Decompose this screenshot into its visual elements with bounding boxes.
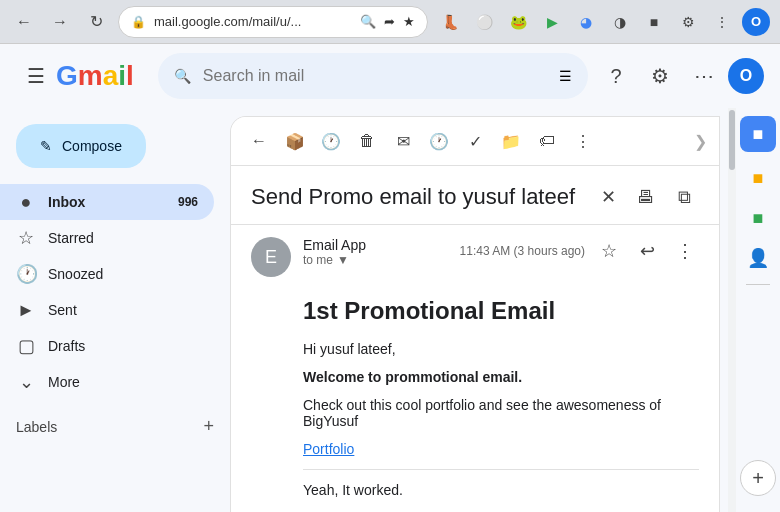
scrollbar-thumb[interactable] bbox=[729, 110, 735, 170]
portfolio-link[interactable]: Portfolio bbox=[303, 441, 699, 457]
email-main: ← 📦 🕐 🗑 ✉ 🕐 ✓ 📁 🏷 ⋮ ❯ Send Promo bbox=[230, 108, 780, 512]
mail-button[interactable]: ✉ bbox=[387, 125, 419, 157]
back-button[interactable]: ← bbox=[10, 8, 38, 36]
email-body-text: Check out this cool portfolio and see th… bbox=[303, 397, 699, 429]
url-text: mail.google.com/mail/u/... bbox=[154, 14, 352, 29]
email-welcome: Welcome to prommotional email. bbox=[303, 369, 699, 385]
share-icon[interactable]: ➦ bbox=[384, 14, 395, 29]
inbox-label: Inbox bbox=[48, 194, 85, 210]
reply-button[interactable]: ↩ bbox=[633, 237, 661, 265]
snooze-button[interactable]: 🕐 bbox=[423, 125, 455, 157]
user-avatar[interactable]: O bbox=[728, 58, 764, 94]
extension-icon-3[interactable]: 🐸 bbox=[504, 8, 532, 36]
compose-button[interactable]: ✎ Compose bbox=[16, 124, 146, 168]
sidebar-item-snoozed[interactable]: 🕐 Snoozed bbox=[0, 256, 214, 292]
contacts-panel-button[interactable]: ■ bbox=[740, 200, 776, 236]
email-toolbar: ← 📦 🕐 🗑 ✉ 🕐 ✓ 📁 🏷 ⋮ ❯ bbox=[231, 117, 719, 166]
star-icon: ☆ bbox=[16, 227, 36, 249]
add-panel-button[interactable]: + bbox=[740, 460, 776, 496]
email-greeting: Hi yusuf lateef, bbox=[303, 341, 699, 357]
apps-button[interactable]: ⋯ bbox=[684, 56, 724, 96]
archive-button[interactable]: 📦 bbox=[279, 125, 311, 157]
timestamp: 11:43 AM (3 hours ago) bbox=[460, 244, 585, 258]
close-icon[interactable]: ✕ bbox=[593, 182, 623, 212]
sender-avatar: E bbox=[251, 237, 291, 277]
to-me-label: to me bbox=[303, 253, 333, 267]
forward-button[interactable]: → bbox=[46, 8, 74, 36]
people-panel-button[interactable]: 👤 bbox=[740, 240, 776, 276]
sidebar-item-inbox[interactable]: ● Inbox 996 bbox=[0, 184, 214, 220]
address-bar[interactable]: 🔒 mail.google.com/mail/u/... 🔍 ➦ ★ bbox=[118, 6, 428, 38]
extension-icon-5[interactable]: ◕ bbox=[572, 8, 600, 36]
meta-right: 11:43 AM (3 hours ago) ☆ ↩ ⋮ bbox=[460, 237, 699, 265]
user-avatar[interactable]: O bbox=[742, 8, 770, 36]
email-header: Send Promo email to yusuf lateef ✕ 🖶 ⧉ bbox=[231, 166, 719, 225]
scroll-right-button[interactable]: ❯ bbox=[694, 132, 707, 151]
extension-icon-4[interactable]: ▶ bbox=[538, 8, 566, 36]
drafts-label: Drafts bbox=[48, 338, 85, 354]
tune-icon[interactable]: ☰ bbox=[559, 68, 572, 84]
sidebar-item-drafts[interactable]: ▢ Drafts bbox=[0, 328, 214, 364]
menu-button[interactable]: ☰ bbox=[16, 56, 56, 96]
inbox-icon: ● bbox=[16, 192, 36, 213]
draft-icon: ▢ bbox=[16, 335, 36, 357]
extension-icon-6[interactable]: ◑ bbox=[606, 8, 634, 36]
clock-button[interactable]: 🕐 bbox=[315, 125, 347, 157]
gmail-header: ☰ Gmail 🔍 ☰ ? ⚙ ⋯ O bbox=[0, 44, 780, 108]
app-wrapper: ☰ Gmail 🔍 ☰ ? ⚙ ⋯ O ✎ Compose ● bbox=[0, 44, 780, 512]
task-button[interactable]: ✓ bbox=[459, 125, 491, 157]
compose-icon: ✎ bbox=[40, 138, 52, 154]
panel-separator bbox=[746, 284, 770, 285]
browser-chrome: ← → ↻ 🔒 mail.google.com/mail/u/... 🔍 ➦ ★… bbox=[0, 0, 780, 44]
reload-button[interactable]: ↻ bbox=[82, 8, 110, 36]
email-subject: Send Promo email to yusuf lateef ✕ 🖶 ⧉ bbox=[251, 182, 699, 212]
help-button[interactable]: ? bbox=[596, 56, 636, 96]
snoozed-label: Snoozed bbox=[48, 266, 103, 282]
app-main: ✎ Compose ● Inbox 996 ☆ Starred 🕐 Snooze… bbox=[0, 108, 780, 512]
send-icon: ► bbox=[16, 300, 36, 321]
compose-label: Compose bbox=[62, 138, 122, 154]
open-new-window-icon[interactable]: ⧉ bbox=[669, 182, 699, 212]
email-area: ← 📦 🕐 🗑 ✉ 🕐 ✓ 📁 🏷 ⋮ ❯ Send Promo bbox=[230, 116, 720, 512]
search-input[interactable] bbox=[203, 67, 547, 85]
labels-section: Labels + bbox=[0, 408, 230, 445]
star-button[interactable]: ☆ bbox=[595, 237, 623, 265]
inbox-badge: 996 bbox=[178, 195, 198, 209]
email-divider bbox=[303, 469, 699, 470]
more-options-icon[interactable]: ⋮ bbox=[671, 237, 699, 265]
chevron-down-icon: ⌄ bbox=[16, 371, 36, 393]
search-icon: 🔍 bbox=[174, 68, 191, 84]
gmail-logo: Gmail bbox=[56, 60, 134, 92]
sent-label: Sent bbox=[48, 302, 77, 318]
add-label-button[interactable]: + bbox=[203, 416, 214, 437]
extension-icon-7[interactable]: ■ bbox=[640, 8, 668, 36]
label-button[interactable]: 🏷 bbox=[531, 125, 563, 157]
folder-button[interactable]: 📁 bbox=[495, 125, 527, 157]
calendar-panel-button[interactable]: ■ bbox=[740, 116, 776, 152]
tasks-panel-button[interactable]: ■ bbox=[740, 160, 776, 196]
extension-icon-2[interactable]: ⚪ bbox=[470, 8, 498, 36]
email-footer: Yeah, It worked. bbox=[303, 482, 699, 498]
browser-icons: 👢 ⚪ 🐸 ▶ ◕ ◑ ■ ⚙ ⋮ O bbox=[436, 8, 770, 36]
settings-button[interactable]: ⚙ bbox=[640, 56, 680, 96]
extension-icon-1[interactable]: 👢 bbox=[436, 8, 464, 36]
more-options-button[interactable]: ⋮ bbox=[567, 125, 599, 157]
menu-icon[interactable]: ⋮ bbox=[708, 8, 736, 36]
header-icons: ? ⚙ ⋯ O bbox=[596, 56, 764, 96]
puzzle-icon[interactable]: ⚙ bbox=[674, 8, 702, 36]
bookmark-icon[interactable]: ★ bbox=[403, 14, 415, 29]
scrollbar[interactable] bbox=[728, 108, 736, 512]
sidebar-item-starred[interactable]: ☆ Starred bbox=[0, 220, 214, 256]
search-bar[interactable]: 🔍 ☰ bbox=[158, 53, 588, 99]
delete-button[interactable]: 🗑 bbox=[351, 125, 383, 157]
sidebar-item-more[interactable]: ⌄ More bbox=[0, 364, 214, 400]
search-icon[interactable]: 🔍 bbox=[360, 14, 376, 29]
sender-name: Email App bbox=[303, 237, 448, 253]
email-body: 1st Promotional Email Hi yusuf lateef, W… bbox=[231, 289, 719, 512]
sidebar-item-sent[interactable]: ► Sent bbox=[0, 292, 214, 328]
print-icon[interactable]: 🖶 bbox=[631, 182, 661, 212]
expand-recipients-icon[interactable]: ▼ bbox=[337, 253, 349, 267]
right-panel: ■ ■ ■ 👤 + bbox=[736, 108, 780, 512]
back-to-list-button[interactable]: ← bbox=[243, 125, 275, 157]
lock-icon: 🔒 bbox=[131, 15, 146, 29]
